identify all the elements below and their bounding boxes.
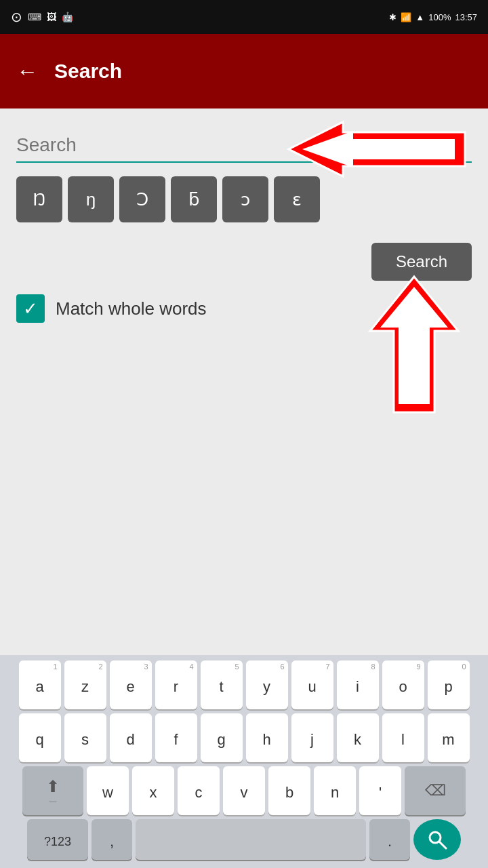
time-label: 13:57 (455, 12, 477, 22)
search-button-area: Search (16, 243, 472, 281)
backspace-key[interactable]: ⌫ (405, 766, 466, 815)
keyboard-search-button[interactable] (413, 819, 461, 860)
status-bar: ⊙ ⌨ 🖼 🤖 ✱ 📶 ▲ 100% 13:57 (0, 0, 488, 34)
key-y[interactable]: 6 y (246, 660, 288, 709)
image-icon: 🖼 (47, 12, 56, 22)
key-d[interactable]: d (110, 713, 152, 762)
back-button[interactable]: ← (16, 59, 38, 84)
key-o[interactable]: 9 o (382, 660, 424, 709)
app-icon-circle: ⊙ (11, 9, 22, 25)
match-whole-words-row: ✓ Match whole words (16, 294, 472, 323)
key-l[interactable]: l (382, 713, 424, 762)
status-left-icons: ⊙ ⌨ 🖼 🤖 (11, 9, 73, 25)
key-j[interactable]: j (291, 713, 333, 762)
char-btn-0[interactable]: Ŋ (16, 176, 62, 222)
page-title: Search (54, 60, 122, 83)
keyboard-row-4: ?123 , . (3, 819, 485, 860)
key-t[interactable]: 5 t (201, 660, 243, 709)
key-m[interactable]: m (428, 713, 470, 762)
signal-icon: ▲ (415, 12, 424, 22)
bluetooth-icon: ✱ (389, 12, 396, 22)
period-key[interactable]: . (369, 819, 410, 860)
key-i[interactable]: 8 i (337, 660, 379, 709)
char-btn-5[interactable]: ɛ (274, 176, 320, 222)
shift-key[interactable]: ⬆ — (22, 766, 83, 815)
key-x[interactable]: x (132, 766, 174, 815)
svg-line-5 (439, 842, 446, 848)
android-icon: 🤖 (62, 12, 73, 22)
key-c[interactable]: c (178, 766, 220, 815)
key-p[interactable]: 0 p (428, 660, 470, 709)
match-whole-words-label: Match whole words (56, 298, 207, 319)
battery-label: 100% (428, 12, 451, 22)
space-key[interactable] (136, 819, 366, 860)
key-w[interactable]: w (87, 766, 129, 815)
status-right-icons: ✱ 📶 ▲ 100% 13:57 (389, 12, 477, 22)
key-a[interactable]: 1 a (19, 660, 61, 709)
shift-icon: ⬆ (46, 777, 60, 796)
keyboard-row-3: ⬆ — w x c v b n ' ⌫ (3, 766, 485, 815)
shift-underline: — (49, 797, 57, 805)
key-r[interactable]: 4 r (155, 660, 197, 709)
key-n[interactable]: n (314, 766, 356, 815)
char-btn-2[interactable]: Ɔ (119, 176, 165, 222)
char-buttons-row: Ŋ ŋ Ɔ ƃ ɔ ɛ (16, 176, 472, 222)
keyboard-icon: ⌨ (28, 12, 41, 22)
char-btn-4[interactable]: ɔ (222, 176, 268, 222)
keyboard-row-1: 1 a 2 z 3 e 4 r 5 t 6 y 7 u 8 i (3, 660, 485, 709)
search-field-container (16, 129, 472, 163)
comma-key[interactable]: , (92, 819, 132, 860)
key-h[interactable]: h (246, 713, 288, 762)
key-f[interactable]: f (155, 713, 197, 762)
key-g[interactable]: g (201, 713, 243, 762)
main-content: Ŋ ŋ Ɔ ƃ ɔ ɛ Search ✓ Match whole words (0, 108, 488, 671)
wifi-icon: 📶 (401, 12, 411, 22)
match-whole-words-checkbox[interactable]: ✓ (16, 294, 45, 323)
keyboard-row-2: q s d f g h j k l m (3, 713, 485, 762)
key-apostrophe[interactable]: ' (359, 766, 401, 815)
key-b[interactable]: b (268, 766, 310, 815)
char-btn-1[interactable]: ŋ (68, 176, 114, 222)
key-z[interactable]: 2 z (64, 660, 106, 709)
search-button[interactable]: Search (371, 243, 472, 281)
backspace-icon: ⌫ (425, 782, 446, 800)
search-icon (426, 829, 448, 850)
app-bar: ← Search (0, 34, 488, 108)
search-input[interactable] (16, 129, 472, 163)
key-v[interactable]: v (223, 766, 265, 815)
checkmark-icon: ✓ (23, 298, 38, 319)
key-k[interactable]: k (337, 713, 379, 762)
key-q[interactable]: q (19, 713, 61, 762)
key-u[interactable]: 7 u (291, 660, 333, 709)
char-btn-3[interactable]: ƃ (171, 176, 217, 222)
key-s[interactable]: s (64, 713, 106, 762)
numbers-key[interactable]: ?123 (27, 819, 88, 860)
key-e[interactable]: 3 e (110, 660, 152, 709)
keyboard: 1 a 2 z 3 e 4 r 5 t 6 y 7 u 8 i (0, 655, 488, 868)
